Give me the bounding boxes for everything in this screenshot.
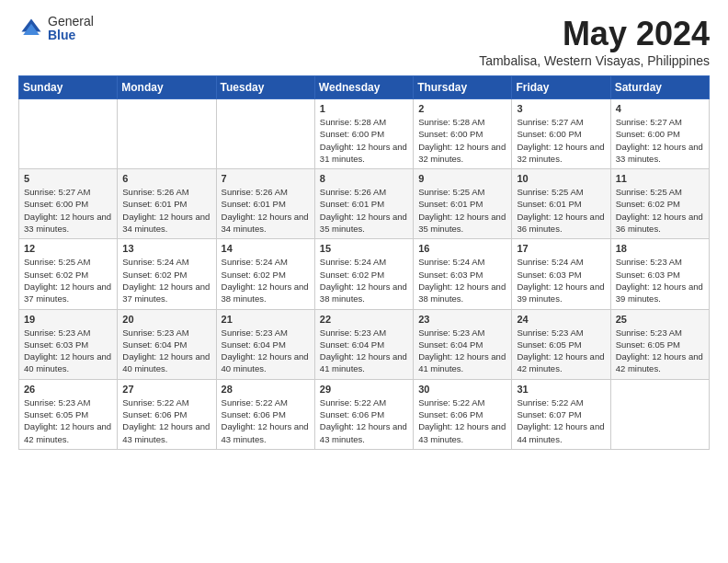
day-info: Sunrise: 5:23 AM Sunset: 6:05 PM Dayligh… — [24, 396, 112, 445]
day-number: 24 — [517, 314, 605, 325]
calendar-cell: 11Sunrise: 5:25 AM Sunset: 6:02 PM Dayli… — [610, 169, 709, 239]
month-title: May 2024 — [479, 15, 710, 53]
day-info: Sunrise: 5:27 AM Sunset: 6:00 PM Dayligh… — [24, 186, 112, 235]
day-info: Sunrise: 5:28 AM Sunset: 6:00 PM Dayligh… — [320, 116, 408, 165]
day-number: 9 — [418, 173, 506, 184]
day-info: Sunrise: 5:23 AM Sunset: 6:04 PM Dayligh… — [418, 327, 506, 375]
calendar-cell: 14Sunrise: 5:24 AM Sunset: 6:02 PM Dayli… — [216, 239, 314, 309]
calendar-cell: 30Sunrise: 5:22 AM Sunset: 6:06 PM Dayli… — [414, 379, 512, 449]
day-info: Sunrise: 5:22 AM Sunset: 6:06 PM Dayligh… — [418, 396, 506, 445]
day-info: Sunrise: 5:22 AM Sunset: 6:06 PM Dayligh… — [320, 396, 408, 445]
logo-general: General — [48, 15, 94, 29]
calendar-week-row: 1Sunrise: 5:28 AM Sunset: 6:00 PM Daylig… — [19, 99, 710, 169]
day-info: Sunrise: 5:28 AM Sunset: 6:00 PM Dayligh… — [418, 116, 506, 165]
weekday-header: Thursday — [414, 76, 512, 99]
day-number: 25 — [616, 314, 704, 325]
calendar-cell: 23Sunrise: 5:23 AM Sunset: 6:04 PM Dayli… — [414, 309, 512, 379]
calendar-cell: 25Sunrise: 5:23 AM Sunset: 6:05 PM Dayli… — [610, 309, 709, 379]
logo-text: General Blue — [48, 15, 94, 43]
day-number: 6 — [122, 173, 210, 184]
day-info: Sunrise: 5:24 AM Sunset: 6:03 PM Dayligh… — [517, 256, 605, 304]
day-number: 16 — [418, 243, 506, 254]
weekday-row: SundayMondayTuesdayWednesdayThursdayFrid… — [19, 76, 710, 99]
day-info: Sunrise: 5:22 AM Sunset: 6:06 PM Dayligh… — [222, 396, 310, 445]
calendar-cell: 9Sunrise: 5:25 AM Sunset: 6:01 PM Daylig… — [414, 169, 512, 239]
day-number: 17 — [517, 243, 605, 254]
calendar-cell: 27Sunrise: 5:22 AM Sunset: 6:06 PM Dayli… — [118, 379, 216, 449]
day-number: 19 — [24, 314, 112, 325]
day-info: Sunrise: 5:26 AM Sunset: 6:01 PM Dayligh… — [320, 186, 408, 235]
day-number: 7 — [222, 173, 310, 184]
day-info: Sunrise: 5:24 AM Sunset: 6:03 PM Dayligh… — [418, 256, 506, 304]
calendar-cell: 21Sunrise: 5:23 AM Sunset: 6:04 PM Dayli… — [216, 309, 314, 379]
day-info: Sunrise: 5:23 AM Sunset: 6:04 PM Dayligh… — [320, 327, 408, 375]
day-number: 26 — [24, 384, 112, 395]
calendar-body: 1Sunrise: 5:28 AM Sunset: 6:00 PM Daylig… — [19, 99, 710, 450]
calendar-table: SundayMondayTuesdayWednesdayThursdayFrid… — [18, 75, 710, 450]
weekday-header: Saturday — [610, 76, 709, 99]
day-number: 14 — [222, 243, 310, 254]
day-number: 23 — [418, 314, 506, 325]
day-info: Sunrise: 5:23 AM Sunset: 6:05 PM Dayligh… — [616, 327, 704, 375]
logo-blue: Blue — [48, 29, 94, 42]
day-number: 13 — [122, 243, 210, 254]
calendar-cell: 2Sunrise: 5:28 AM Sunset: 6:00 PM Daylig… — [414, 99, 512, 169]
calendar-cell: 10Sunrise: 5:25 AM Sunset: 6:01 PM Dayli… — [512, 169, 610, 239]
page-header: General Blue May 2024 Tambalisa, Western… — [18, 15, 710, 68]
day-number: 1 — [320, 103, 408, 114]
day-number: 15 — [320, 243, 408, 254]
day-number: 12 — [24, 243, 112, 254]
calendar-cell — [19, 99, 118, 169]
day-info: Sunrise: 5:24 AM Sunset: 6:02 PM Dayligh… — [222, 256, 310, 304]
weekday-header: Friday — [512, 76, 610, 99]
day-info: Sunrise: 5:23 AM Sunset: 6:04 PM Dayligh… — [122, 327, 210, 375]
location: Tambalisa, Western Visayas, Philippines — [479, 53, 710, 68]
day-number: 4 — [616, 103, 704, 114]
calendar-week-row: 12Sunrise: 5:25 AM Sunset: 6:02 PM Dayli… — [19, 239, 710, 309]
day-number: 10 — [517, 173, 605, 184]
day-number: 20 — [122, 314, 210, 325]
day-info: Sunrise: 5:25 AM Sunset: 6:01 PM Dayligh… — [517, 186, 605, 235]
day-number: 18 — [616, 243, 704, 254]
day-info: Sunrise: 5:24 AM Sunset: 6:02 PM Dayligh… — [320, 256, 408, 304]
day-number: 21 — [222, 314, 310, 325]
logo: General Blue — [18, 15, 94, 43]
calendar-cell: 22Sunrise: 5:23 AM Sunset: 6:04 PM Dayli… — [314, 309, 413, 379]
calendar-cell: 13Sunrise: 5:24 AM Sunset: 6:02 PM Dayli… — [118, 239, 216, 309]
logo-icon — [18, 16, 44, 41]
day-number: 8 — [320, 173, 408, 184]
calendar-cell — [216, 99, 314, 169]
calendar-cell: 20Sunrise: 5:23 AM Sunset: 6:04 PM Dayli… — [118, 309, 216, 379]
weekday-header: Monday — [118, 76, 216, 99]
calendar-cell: 28Sunrise: 5:22 AM Sunset: 6:06 PM Dayli… — [216, 379, 314, 449]
day-number: 5 — [24, 173, 112, 184]
calendar-cell: 5Sunrise: 5:27 AM Sunset: 6:00 PM Daylig… — [19, 169, 118, 239]
day-info: Sunrise: 5:25 AM Sunset: 6:02 PM Dayligh… — [24, 256, 112, 304]
calendar-cell: 31Sunrise: 5:22 AM Sunset: 6:07 PM Dayli… — [512, 379, 610, 449]
day-info: Sunrise: 5:26 AM Sunset: 6:01 PM Dayligh… — [122, 186, 210, 235]
calendar-cell: 1Sunrise: 5:28 AM Sunset: 6:00 PM Daylig… — [314, 99, 413, 169]
calendar-cell: 29Sunrise: 5:22 AM Sunset: 6:06 PM Dayli… — [314, 379, 413, 449]
calendar-header: SundayMondayTuesdayWednesdayThursdayFrid… — [19, 76, 710, 99]
day-info: Sunrise: 5:27 AM Sunset: 6:00 PM Dayligh… — [517, 116, 605, 165]
day-number: 31 — [517, 384, 605, 395]
weekday-header: Tuesday — [216, 76, 314, 99]
calendar-cell: 8Sunrise: 5:26 AM Sunset: 6:01 PM Daylig… — [314, 169, 413, 239]
day-info: Sunrise: 5:22 AM Sunset: 6:07 PM Dayligh… — [517, 396, 605, 445]
calendar-cell: 12Sunrise: 5:25 AM Sunset: 6:02 PM Dayli… — [19, 239, 118, 309]
calendar-cell: 17Sunrise: 5:24 AM Sunset: 6:03 PM Dayli… — [512, 239, 610, 309]
day-number: 30 — [418, 384, 506, 395]
calendar-cell: 15Sunrise: 5:24 AM Sunset: 6:02 PM Dayli… — [314, 239, 413, 309]
day-number: 11 — [616, 173, 704, 184]
calendar-cell: 26Sunrise: 5:23 AM Sunset: 6:05 PM Dayli… — [19, 379, 118, 449]
day-info: Sunrise: 5:23 AM Sunset: 6:04 PM Dayligh… — [222, 327, 310, 375]
calendar-cell: 4Sunrise: 5:27 AM Sunset: 6:00 PM Daylig… — [610, 99, 709, 169]
calendar-cell: 24Sunrise: 5:23 AM Sunset: 6:05 PM Dayli… — [512, 309, 610, 379]
day-info: Sunrise: 5:22 AM Sunset: 6:06 PM Dayligh… — [122, 396, 210, 445]
weekday-header: Sunday — [19, 76, 118, 99]
weekday-header: Wednesday — [314, 76, 413, 99]
day-info: Sunrise: 5:23 AM Sunset: 6:03 PM Dayligh… — [616, 256, 704, 304]
day-number: 3 — [517, 103, 605, 114]
calendar-week-row: 19Sunrise: 5:23 AM Sunset: 6:03 PM Dayli… — [19, 309, 710, 379]
title-block: May 2024 Tambalisa, Western Visayas, Phi… — [479, 15, 710, 68]
